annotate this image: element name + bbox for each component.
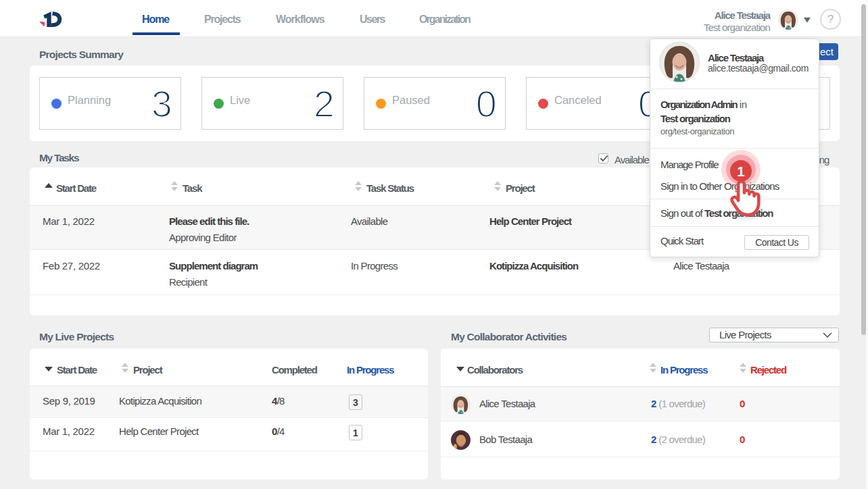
svg-text:1: 1 [737, 163, 744, 179]
